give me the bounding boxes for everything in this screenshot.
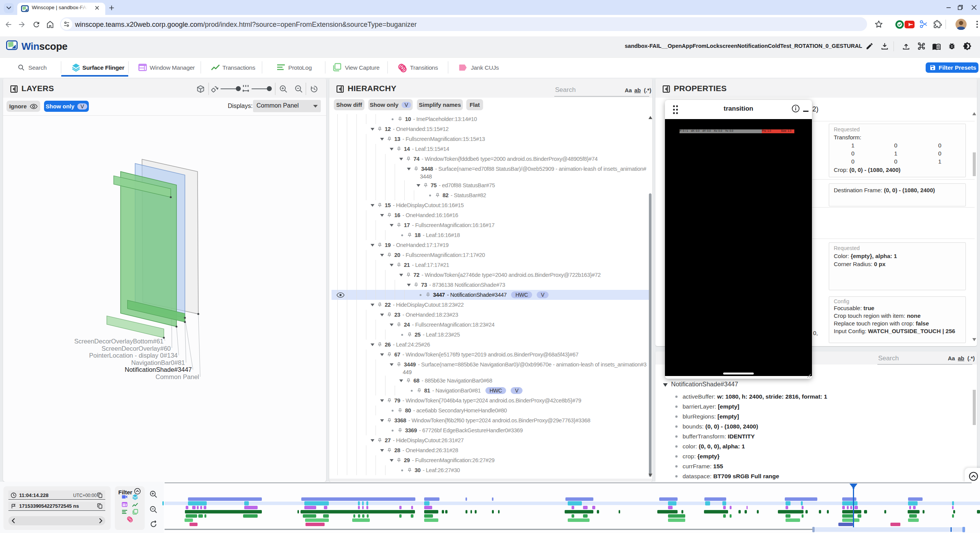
svg-text:ScreenDecorOverlay#60: ScreenDecorOverlay#60 [101, 345, 171, 352]
svg-text:ScreenDecorOverlayBottom#61: ScreenDecorOverlayBottom#61 [74, 338, 163, 345]
svg-text:PointerLocation - display 0#13: PointerLocation - display 0#134 [89, 352, 178, 359]
svg-text:Common Panel: Common Panel [155, 373, 199, 380]
svg-text:NavigationBar0#81: NavigationBar0#81 [131, 359, 185, 366]
svg-text:NotificationShade#3447: NotificationShade#3447 [125, 366, 192, 373]
